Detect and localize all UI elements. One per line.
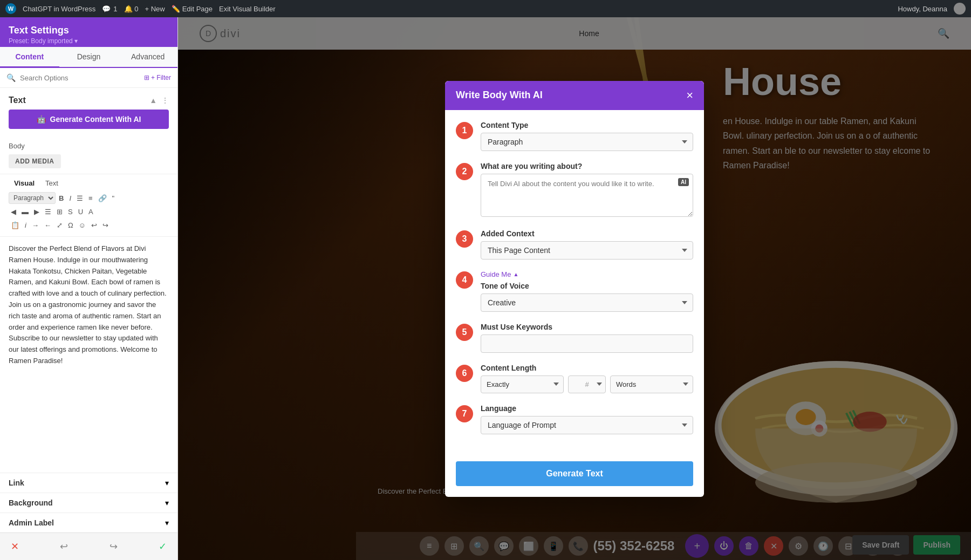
align-left-button[interactable]: ◀	[9, 206, 18, 217]
italic-button[interactable]: I	[67, 193, 73, 204]
wp-logo[interactable]: W	[5, 3, 16, 14]
generate-text-button[interactable]: Generate Text	[456, 461, 693, 486]
search-icon: 🔍	[6, 73, 16, 82]
notifications-link[interactable]: 🔔 0	[124, 5, 139, 13]
sidebar-preset[interactable]: Preset: Body imported ▾	[9, 37, 169, 45]
guide-me-link[interactable]: Guide Me	[481, 270, 511, 278]
add-media-button[interactable]: ADD MEDIA	[9, 154, 61, 168]
search-input[interactable]	[20, 74, 140, 82]
italic2-button[interactable]: i	[23, 220, 29, 231]
blockquote-button[interactable]: "	[110, 193, 117, 204]
step-7-label: Language	[481, 404, 693, 413]
length-unit-select[interactable]: Words	[610, 375, 693, 393]
confirm-button[interactable]: ✓	[156, 538, 169, 555]
admin-label-title: Admin Label	[9, 518, 54, 527]
ol-button[interactable]: ≡	[86, 193, 95, 204]
link-section[interactable]: Link ▾	[0, 473, 177, 493]
tab-advanced[interactable]: Advanced	[118, 47, 177, 68]
edit-page-label: Edit Page	[182, 5, 213, 13]
step-3-label: Added Context	[481, 229, 693, 238]
exit-builder-link[interactable]: Exit Visual Builder	[219, 5, 276, 13]
more-icon[interactable]: ⋮	[161, 96, 169, 105]
admin-label-section[interactable]: Admin Label ▾	[0, 513, 177, 532]
admin-bar-right: Howdy, Deanna	[898, 3, 966, 15]
align-center-button[interactable]: ▬	[19, 206, 31, 217]
main-container: Text Settings Preset: Body imported ▾ Co…	[0, 17, 971, 560]
undo-button[interactable]: ↩	[89, 220, 99, 231]
section-icons: ▲ ⋮	[149, 96, 169, 105]
undo-bottom-button[interactable]: ↩	[58, 538, 70, 555]
step-3-number: 3	[456, 230, 473, 248]
length-number-select[interactable]: #	[568, 375, 606, 393]
fullscreen-button[interactable]: ⤢	[54, 220, 65, 231]
text-color-button[interactable]: A	[86, 206, 95, 217]
background-expand-icon: ▾	[165, 498, 169, 507]
underline-button[interactable]: U	[76, 206, 85, 217]
redo-bottom-button[interactable]: ↪	[107, 538, 120, 555]
ul-button[interactable]: ☰	[74, 193, 85, 204]
editor-tab-visual[interactable]: Visual	[9, 177, 40, 189]
added-context-select[interactable]: This Page Content	[481, 241, 693, 259]
align-right-button[interactable]: ▶	[32, 206, 42, 217]
paste-button[interactable]: 📋	[9, 220, 22, 231]
chatgpt-plugin-link[interactable]: ChatGPT in WordPress	[23, 5, 95, 13]
indent-button[interactable]: →	[30, 220, 41, 231]
step-5-number: 5	[456, 324, 473, 341]
special-char-button[interactable]: Ω	[66, 220, 76, 231]
left-sidebar: Text Settings Preset: Body imported ▾ Co…	[0, 17, 178, 560]
generate-content-button[interactable]: 🤖 Generate Content With AI	[9, 110, 169, 129]
body-label: Body	[9, 142, 169, 150]
table-button[interactable]: ⊞	[54, 206, 65, 217]
body-content-area[interactable]: Discover the Perfect Blend of Flavors at…	[0, 237, 177, 473]
modal-body: 1 Content Type Paragraph 2	[445, 110, 704, 456]
bold-button[interactable]: B	[57, 193, 66, 204]
new-link[interactable]: + New	[145, 5, 165, 13]
background-section[interactable]: Background ▾	[0, 493, 177, 513]
tab-design[interactable]: Design	[59, 47, 119, 68]
background-section-title: Background	[9, 498, 53, 507]
tab-content[interactable]: Content	[0, 47, 59, 68]
align-justify-button[interactable]: ☰	[43, 206, 53, 217]
outdent-button[interactable]: ←	[42, 220, 53, 231]
redo-button[interactable]: ↪	[100, 220, 111, 231]
edit-page-link[interactable]: ✏️ Edit Page	[172, 5, 213, 13]
filter-button[interactable]: ⊞ + Filter	[144, 74, 171, 81]
editor-tab-text[interactable]: Text	[40, 177, 64, 189]
comment-icon: 💬	[102, 5, 111, 13]
step-7-row: 7 Language Language of Prompt	[456, 404, 693, 434]
cancel-button[interactable]: ✕	[9, 538, 21, 555]
collapse-icon[interactable]: ▲	[149, 96, 157, 105]
link-button[interactable]: 🔗	[96, 193, 109, 204]
modal-overlay: Write Body With AI × 1 Content Type Para…	[178, 17, 971, 560]
pencil-icon: ✏️	[172, 5, 180, 13]
writing-about-wrapper: AI	[481, 174, 693, 218]
keywords-input[interactable]	[481, 334, 693, 353]
emoji-button[interactable]: ☺	[77, 220, 88, 231]
writing-about-input[interactable]	[481, 174, 693, 217]
modal-close-button[interactable]: ×	[686, 90, 693, 101]
tone-of-voice-select[interactable]: Creative	[481, 293, 693, 312]
paragraph-select[interactable]: Paragraph	[9, 192, 56, 204]
bell-icon: 🔔 0	[124, 5, 139, 13]
step-3-row: 3 Added Context This Page Content	[456, 229, 693, 259]
language-select[interactable]: Language of Prompt	[481, 416, 693, 434]
comments-link[interactable]: 💬 1	[102, 5, 117, 13]
step-7-number: 7	[456, 405, 473, 422]
strikethrough-button[interactable]: S	[66, 206, 75, 217]
sidebar-search: 🔍 ⊞ + Filter	[0, 68, 177, 88]
toolbar-row-2: ◀ ▬ ▶ ☰ ⊞ S U A	[9, 206, 169, 217]
howdy-label: Howdy, Deanna	[898, 5, 947, 13]
editor-toolbar: Visual Text Paragraph B I ☰ ≡ 🔗 " ◀ ▬ ▶ …	[0, 174, 177, 237]
exit-builder-label: Exit Visual Builder	[219, 5, 276, 13]
length-type-select[interactable]: Exactly	[481, 375, 564, 393]
step-2-content: What are you writing about? AI	[481, 162, 693, 218]
step-6-row: 6 Content Length Exactly #	[456, 364, 693, 393]
content-type-select[interactable]: Paragraph	[481, 133, 693, 151]
step-6-content: Content Length Exactly # Wor	[481, 364, 693, 393]
filter-icon: ⊞	[144, 74, 149, 81]
sidebar-title: Text Settings	[9, 25, 169, 36]
guide-me-row: Guide Me ▲	[481, 270, 693, 278]
step-5-content: Must Use Keywords	[481, 323, 693, 353]
ai-badge: AI	[678, 178, 689, 186]
text-section-header: Text ▲ ⋮	[0, 88, 177, 110]
